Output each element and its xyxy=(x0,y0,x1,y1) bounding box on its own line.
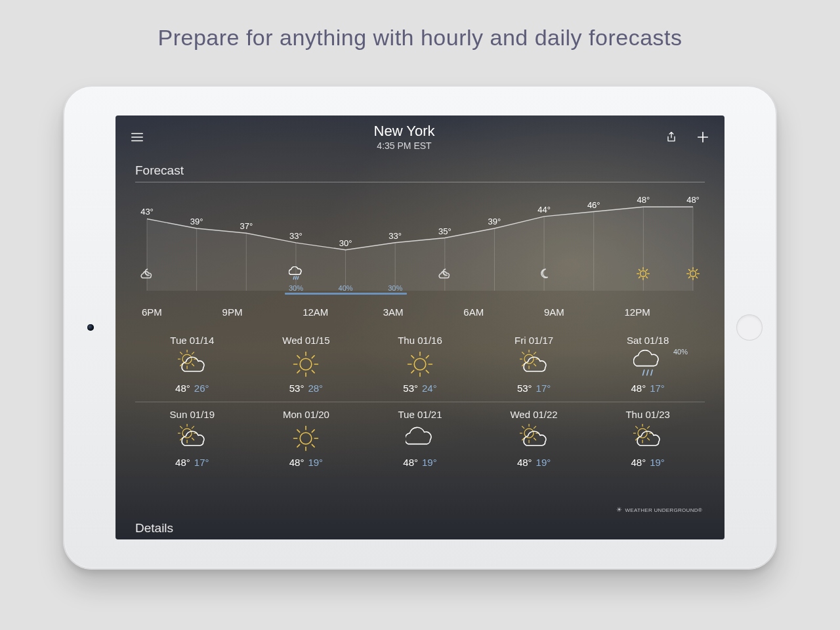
hourly-temp-label: 35° xyxy=(438,226,452,236)
svg-line-68 xyxy=(534,352,536,354)
svg-line-21 xyxy=(639,269,640,270)
svg-line-48 xyxy=(297,356,300,358)
svg-line-89 xyxy=(312,430,315,432)
svg-line-105 xyxy=(636,427,638,429)
share-button[interactable] xyxy=(664,130,679,144)
hour-axis-label: 3AM xyxy=(383,306,464,318)
hourly-chart[interactable]: 43°39°37°33°30%30°40%33°30%35°39°44°46°4… xyxy=(135,182,705,304)
app-screen: New York 4:35 PM EST Forecast 43°39°37°3… xyxy=(116,116,724,539)
sunny-icon xyxy=(291,424,320,453)
hourly-temp-label: 44° xyxy=(537,205,551,215)
hourly-temp-label: 30° xyxy=(339,238,352,248)
day-temps: 48°19° xyxy=(517,457,551,468)
svg-line-46 xyxy=(297,370,300,373)
day-temps: 53°17° xyxy=(517,383,551,394)
svg-line-26 xyxy=(696,277,698,278)
day-date-label: Wed 01/22 xyxy=(510,409,557,420)
hour-axis-label: 12PM xyxy=(624,306,705,318)
hourly-temp-label: 48° xyxy=(637,195,650,205)
daily-forecast-item[interactable]: Tue 01/1448°26° xyxy=(135,328,249,402)
moon-icon xyxy=(537,266,551,281)
svg-line-62 xyxy=(534,364,536,366)
svg-line-35 xyxy=(192,364,194,366)
menu-button[interactable] xyxy=(130,130,144,144)
day-date-label: Tue 01/14 xyxy=(170,335,214,346)
hour-axis-label: 9AM xyxy=(544,306,625,318)
ipad-frame: New York 4:35 PM EST Forecast 43°39°37°3… xyxy=(63,85,777,570)
hourly-time-axis: 6PM9PM12AM3AM6AM9AM12PM xyxy=(135,306,705,318)
hourly-temp-label: 48° xyxy=(686,195,700,205)
cloudy-icon xyxy=(406,424,434,453)
svg-line-59 xyxy=(426,356,429,358)
local-time: 4:35 PM EST xyxy=(374,140,435,152)
svg-line-66 xyxy=(522,352,524,354)
sunny-icon xyxy=(291,350,320,379)
svg-line-57 xyxy=(411,356,414,358)
svg-point-15 xyxy=(640,271,646,277)
ipad-home-button[interactable] xyxy=(736,314,763,341)
svg-line-30 xyxy=(688,269,690,270)
svg-line-85 xyxy=(297,444,300,447)
plus-icon xyxy=(696,130,710,144)
daily-forecast-item[interactable]: Thu 01/1653°24° xyxy=(363,328,477,402)
day-date-label: Tue 01/21 xyxy=(398,409,442,420)
svg-line-92 xyxy=(534,438,536,440)
details-section-title[interactable]: Details xyxy=(135,521,173,536)
hourly-temp-label: 39° xyxy=(488,217,501,226)
hour-axis-label: 9PM xyxy=(222,306,303,318)
day-date-label: Mon 01/20 xyxy=(283,409,329,420)
daily-forecast-item[interactable]: Tue 01/2148°19° xyxy=(363,402,477,476)
daily-forecast-item[interactable]: Wed 01/2248°19° xyxy=(477,402,591,476)
svg-point-51 xyxy=(414,358,426,370)
day-temps: 53°24° xyxy=(403,383,436,394)
svg-line-53 xyxy=(426,370,429,373)
svg-point-42 xyxy=(301,358,312,370)
svg-line-12 xyxy=(293,276,294,279)
day-date-label: Sat 01/18 xyxy=(627,335,669,346)
svg-line-17 xyxy=(646,277,648,278)
day-temps: 48°19° xyxy=(289,457,323,468)
daily-forecast-item[interactable]: Wed 01/1553°28° xyxy=(249,328,364,402)
top-toolbar: New York 4:35 PM EST xyxy=(116,116,724,154)
svg-line-44 xyxy=(312,370,315,373)
hourly-temp-label: 46° xyxy=(587,200,600,210)
svg-line-23 xyxy=(646,269,648,270)
partly-cloudy-day-icon xyxy=(178,350,207,379)
sunny-icon xyxy=(406,350,434,379)
daily-forecast-item[interactable]: Sat 01/1848°17°40% xyxy=(591,328,705,402)
svg-line-39 xyxy=(180,352,182,354)
daily-forecast-item[interactable]: Thu 01/2348°19° xyxy=(591,402,705,476)
add-location-button[interactable] xyxy=(696,130,710,144)
sunny-icon xyxy=(636,266,650,281)
daily-forecast-item[interactable]: Fri 01/1753°17° xyxy=(477,328,591,402)
day-date-label: Wed 01/15 xyxy=(282,335,329,346)
day-temps: 48°19° xyxy=(403,457,436,468)
partly-cloudy-night-icon xyxy=(438,266,452,281)
svg-line-78 xyxy=(180,427,182,429)
svg-line-83 xyxy=(312,444,315,447)
precip-label: 30% xyxy=(388,284,402,292)
svg-line-41 xyxy=(192,352,194,354)
daily-forecast: Tue 01/1448°26°Wed 01/1553°28°Thu 01/165… xyxy=(135,328,705,476)
daily-forecast-item[interactable]: Mon 01/2048°19° xyxy=(249,402,364,476)
svg-line-28 xyxy=(688,277,690,278)
hamburger-icon xyxy=(130,130,144,144)
svg-line-50 xyxy=(312,356,315,358)
precip-probability: 40% xyxy=(673,348,688,356)
svg-line-80 xyxy=(192,427,194,429)
svg-line-14 xyxy=(297,276,298,279)
svg-line-98 xyxy=(534,427,536,429)
city-name: New York xyxy=(374,122,435,140)
precip-label: 30% xyxy=(289,284,303,292)
rain-icon xyxy=(289,266,303,281)
svg-line-19 xyxy=(639,277,640,278)
share-icon xyxy=(665,131,678,144)
svg-line-87 xyxy=(297,430,300,432)
svg-point-81 xyxy=(301,432,312,444)
daily-forecast-item[interactable]: Sun 01/1948°17° xyxy=(135,402,249,476)
hourly-temp-label: 33° xyxy=(289,231,303,241)
location-header[interactable]: New York 4:35 PM EST xyxy=(374,122,435,152)
partly-cloudy-day-icon xyxy=(178,424,207,453)
day-temps: 48°17° xyxy=(631,383,664,394)
svg-line-96 xyxy=(522,427,524,429)
